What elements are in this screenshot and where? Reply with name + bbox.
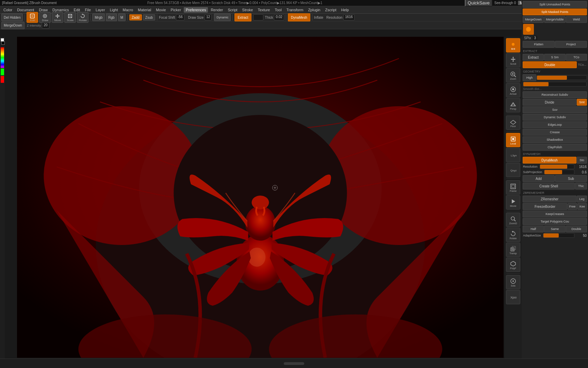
menu-zplugin[interactable]: Zplugin <box>306 7 322 13</box>
dynamesh-button[interactable]: DynaMesh <box>288 13 310 21</box>
high-button[interactable]: High <box>523 74 536 81</box>
frame-icon[interactable]: Frame <box>506 180 520 195</box>
brill-panel-icon[interactable] <box>523 24 534 35</box>
split-unmasked-button[interactable]: Split Unmasked Points <box>523 1 587 8</box>
crease-button[interactable]: Crease <box>523 129 587 136</box>
reconstruct-subdiv-button[interactable]: Reconstruct Subdiv <box>523 91 587 98</box>
edge-loop-button[interactable]: EdgeLoop <box>523 121 587 128</box>
mrgb-button[interactable]: Mrgb <box>92 14 105 21</box>
half-button[interactable]: Half <box>523 226 544 232</box>
sub-projection-slider[interactable] <box>544 170 574 174</box>
z-intensity-value[interactable]: 20 <box>42 22 49 29</box>
target-polygons-button[interactable]: Target Polygons Cou <box>523 218 587 225</box>
m-button[interactable]: M <box>118 14 126 21</box>
suv-button[interactable]: Suv <box>523 106 587 113</box>
weld-button[interactable]: Weld <box>566 16 587 23</box>
del-hidden-button[interactable]: Del Hidden <box>1 14 23 21</box>
solo-icon[interactable]: Solo <box>506 275 520 289</box>
add-button[interactable]: Add <box>523 175 555 182</box>
scroll-icon[interactable]: Scroll <box>506 53 520 67</box>
menu-script[interactable]: Script <box>226 7 239 13</box>
transp-icon[interactable]: Transp <box>506 243 520 257</box>
flatten-button[interactable]: Flatten <box>523 41 555 48</box>
menu-preferences[interactable]: Preferences <box>184 7 208 13</box>
canvas-area[interactable] <box>17 37 504 358</box>
brill-icon[interactable]: Brill <box>506 38 520 52</box>
scroll-indicator[interactable] <box>284 362 304 365</box>
qxyz-icon[interactable]: Qxyz <box>506 163 520 177</box>
clay-polish-button[interactable]: ClayPolish <box>523 144 587 151</box>
sub-button[interactable]: Sub <box>555 175 587 182</box>
freeze-border-button[interactable]: FreezeBorder <box>523 203 567 210</box>
zoomd-icon[interactable]: ZoomD <box>506 213 520 227</box>
menu-texture[interactable]: Texture <box>256 7 272 13</box>
sto-button[interactable]: Sto <box>577 157 587 164</box>
shadow-box-button[interactable]: ShadowBox <box>523 136 587 143</box>
dynamesh-panel-button[interactable]: DynaMesh <box>523 157 576 164</box>
merge-visible-button[interactable]: MergeVisible <box>544 16 565 23</box>
thick-value[interactable]: 0.02 <box>274 14 284 20</box>
resolution-slider[interactable] <box>540 164 574 169</box>
keep-creases-button[interactable]: KeepCreases <box>523 211 587 217</box>
color-picker-strip[interactable] <box>1 47 4 68</box>
polyf-icon[interactable]: PolyF <box>506 258 520 272</box>
smt-button[interactable]: Smt <box>577 99 587 106</box>
menu-macro[interactable]: Macro <box>121 7 135 13</box>
draw-size-value[interactable]: 12 <box>205 14 212 20</box>
menu-material[interactable]: Material <box>136 7 153 13</box>
same-button[interactable]: Same <box>544 226 565 232</box>
menu-stroke[interactable]: Stroke <box>240 7 255 13</box>
background-color[interactable] <box>1 41 5 45</box>
smooth-slider[interactable] <box>523 82 587 87</box>
free-button[interactable]: Free <box>568 203 577 210</box>
menu-light[interactable]: Light <box>108 7 120 13</box>
menu-render[interactable]: Render <box>209 7 225 13</box>
quick-save-button[interactable]: QuickSave <box>465 0 492 6</box>
thickness-rp-button[interactable]: Thic <box>575 183 587 189</box>
spix-value[interactable]: 3 <box>533 36 538 40</box>
double-rp-button[interactable]: Double <box>566 226 587 232</box>
l3ym-icon[interactable]: L3ym <box>506 148 520 162</box>
merge-down-rp-button[interactable]: MergeDown <box>523 16 544 23</box>
floor-icon[interactable]: Floor <box>506 116 520 130</box>
kee-button[interactable]: Kee <box>577 203 587 210</box>
green-color[interactable] <box>1 68 4 75</box>
tco-button[interactable]: TCo <box>566 54 587 61</box>
menu-help[interactable]: Help <box>339 7 351 13</box>
legacy-button[interactable]: Leg <box>577 196 587 202</box>
divide-button[interactable]: Divide <box>523 99 576 106</box>
rotate-icon[interactable]: Rotate <box>506 228 520 242</box>
extract-button[interactable]: Extract <box>234 13 251 21</box>
extract-rp-button[interactable]: Extract <box>523 54 544 61</box>
create-shell-button[interactable]: Create Shell <box>523 183 575 189</box>
geometry-slider[interactable] <box>537 75 587 80</box>
double-button[interactable]: Double <box>523 61 577 68</box>
menu-color[interactable]: Color <box>1 7 14 13</box>
dynamic-button[interactable]: Dynamic <box>214 14 231 21</box>
zsub-button[interactable]: Zsub <box>143 14 155 20</box>
focal-shift-value[interactable]: -56 <box>176 14 184 20</box>
menu-layer[interactable]: Layer <box>94 7 107 13</box>
menu-zscript[interactable]: Zscript <box>323 7 338 13</box>
menu-picker[interactable]: Picker <box>169 7 183 13</box>
project-button[interactable]: Project <box>555 41 587 48</box>
xpose-icon[interactable]: Xpose <box>506 290 520 304</box>
resolution-value[interactable]: 1616 <box>343 14 354 20</box>
red-color[interactable] <box>1 76 4 83</box>
merge-down-button[interactable]: MergeDown <box>1 22 24 29</box>
menu-tool[interactable]: Tool <box>273 7 283 13</box>
menu-movie[interactable]: Movie <box>154 7 168 13</box>
s-smooth-button[interactable]: S Sm <box>544 54 565 61</box>
persp-icon[interactable]: Persp <box>506 98 520 112</box>
rgb-button[interactable]: Rgb <box>106 14 117 21</box>
adaptive-size-slider[interactable] <box>543 233 574 238</box>
local-icon[interactable]: Local <box>506 133 520 147</box>
movie-icon[interactable]: Movie <box>506 195 520 210</box>
zoom-icon[interactable]: Zoom <box>506 68 520 82</box>
zremesher-button[interactable]: ZRemesher <box>523 196 576 202</box>
menu-transform[interactable]: Transform <box>284 7 306 13</box>
zadd-button[interactable]: Zadd <box>129 14 142 20</box>
actual-icon[interactable]: Actual <box>506 83 520 97</box>
split-masked-button[interactable]: Split Masked Points <box>523 9 587 15</box>
dynamic-subdiv-button[interactable]: Dynamic Subdiv <box>523 114 587 121</box>
